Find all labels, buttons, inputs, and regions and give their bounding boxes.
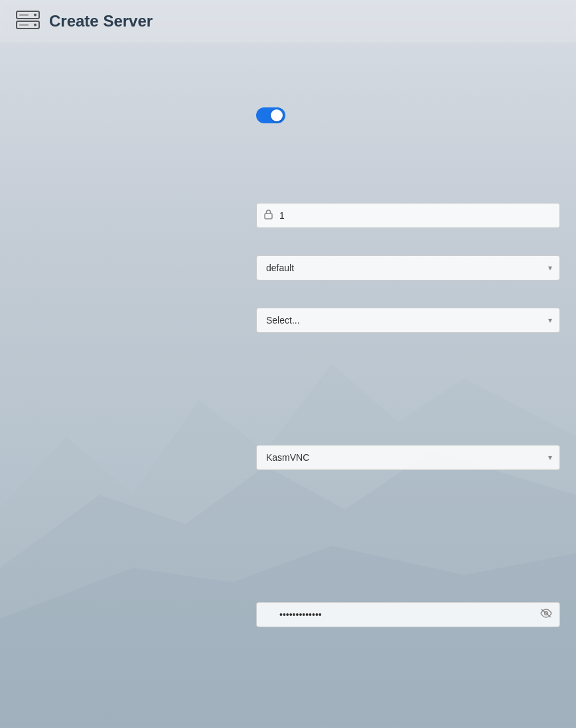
deployment-zone-select-wrapper: default ▾ xyxy=(256,255,560,280)
connection-password-input-wrapper xyxy=(256,602,560,627)
svg-rect-9 xyxy=(265,213,272,219)
connection-password-input[interactable] xyxy=(256,602,560,627)
server-icon xyxy=(16,11,40,32)
eye-icon[interactable] xyxy=(540,609,552,621)
svg-point-5 xyxy=(34,14,36,17)
enabled-toggle[interactable] xyxy=(256,107,285,123)
pool-select-wrapper: Select... ▾ xyxy=(256,308,560,333)
svg-rect-8 xyxy=(19,24,29,26)
connection-type-select[interactable]: KasmVNC RDP SSH VNC xyxy=(256,445,560,470)
page-title: Create Server xyxy=(49,12,153,30)
page-header: Create Server xyxy=(0,0,576,42)
max-sessions-input[interactable] xyxy=(256,203,560,228)
pool-select[interactable]: Select... xyxy=(256,308,560,333)
max-sessions-input-wrapper xyxy=(256,203,560,228)
connection-type-select-wrapper: KasmVNC RDP SSH VNC ▾ xyxy=(256,445,560,470)
svg-point-6 xyxy=(34,24,36,27)
deployment-zone-select[interactable]: default xyxy=(256,255,560,280)
lock-icon xyxy=(264,210,273,221)
svg-rect-7 xyxy=(19,14,29,16)
toggle-slider xyxy=(256,107,285,123)
